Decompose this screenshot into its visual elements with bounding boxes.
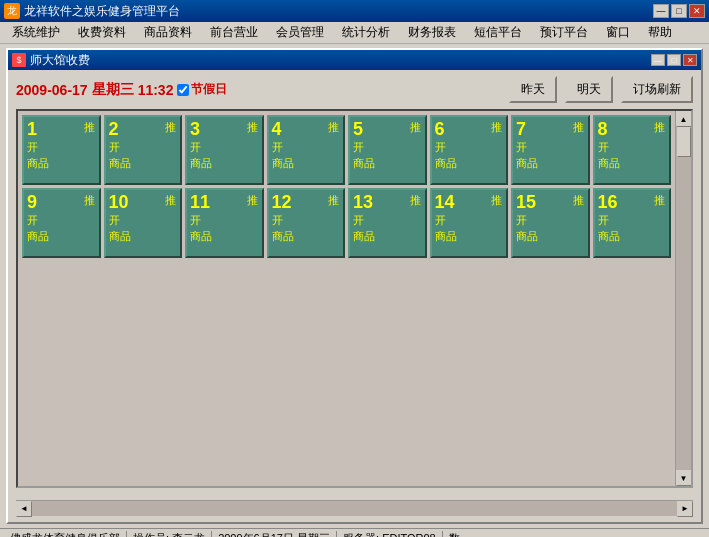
court-cell-10[interactable]: 10 推 开 商品 (104, 188, 183, 258)
menu-stats[interactable]: 统计分析 (334, 22, 398, 43)
court-push: 推 (491, 193, 502, 208)
vertical-scrollbar[interactable]: ▲ ▼ (675, 111, 691, 486)
court-cell-1[interactable]: 1 推 开 商品 (22, 115, 101, 185)
holiday-check[interactable]: 节假日 (177, 81, 227, 98)
scroll-track (676, 127, 691, 470)
court-goods: 商品 (435, 156, 504, 171)
court-open: 开 (109, 140, 178, 155)
court-push: 推 (84, 193, 95, 208)
court-goods: 商品 (598, 156, 667, 171)
menu-members[interactable]: 会员管理 (268, 22, 332, 43)
yesterday-button[interactable]: 昨天 (509, 76, 557, 103)
menu-front[interactable]: 前台营业 (202, 22, 266, 43)
court-cell-6[interactable]: 6 推 开 商品 (430, 115, 509, 185)
court-goods: 商品 (27, 156, 96, 171)
refresh-button[interactable]: 订场刷新 (621, 76, 693, 103)
court-cell-8[interactable]: 8 推 开 商品 (593, 115, 672, 185)
court-open: 开 (353, 213, 422, 228)
court-cell-13[interactable]: 13 推 开 商品 (348, 188, 427, 258)
status-server: 服务器: EDITOR08 (337, 531, 443, 537)
court-push: 推 (491, 120, 502, 135)
scroll-h-track (32, 501, 677, 516)
court-open: 开 (109, 213, 178, 228)
inner-window-icon: $ (12, 53, 26, 67)
scroll-up-arrow[interactable]: ▲ (676, 111, 692, 127)
title-controls: — □ ✕ (653, 4, 705, 18)
maximize-button[interactable]: □ (671, 4, 687, 18)
court-open: 开 (598, 140, 667, 155)
inner-title-left: $ 师大馆收费 (12, 52, 90, 69)
status-bar: 佛盛龙体育健身俱乐部 操作员: 李云龙 2009年6月17日 星期三 服务器: … (0, 528, 709, 537)
inner-maximize[interactable]: □ (667, 54, 681, 66)
court-cell-3[interactable]: 3 推 开 商品 (185, 115, 264, 185)
court-open: 开 (598, 213, 667, 228)
status-operator: 操作员: 李云龙 (127, 531, 212, 537)
weekday-text: 星期三 (92, 81, 134, 99)
menu-goods[interactable]: 商品资料 (136, 22, 200, 43)
title-bar: 龙 龙祥软件之娱乐健身管理平台 — □ ✕ (0, 0, 709, 22)
court-cell-5[interactable]: 5 推 开 商品 (348, 115, 427, 185)
court-goods: 商品 (516, 156, 585, 171)
scroll-right-arrow[interactable]: ► (677, 501, 693, 517)
court-open: 开 (190, 213, 259, 228)
court-cell-9[interactable]: 9 推 开 商品 (22, 188, 101, 258)
court-open: 开 (516, 140, 585, 155)
court-cell-15[interactable]: 15 推 开 商品 (511, 188, 590, 258)
court-grid: 1 推 开 商品 2 推 开 商品 3 推 开 商品 4 推 开 商品 5 推 … (22, 115, 671, 258)
court-push: 推 (410, 120, 421, 135)
scroll-left-arrow[interactable]: ◄ (16, 501, 32, 517)
court-push: 推 (84, 120, 95, 135)
court-push: 推 (247, 193, 258, 208)
court-open: 开 (516, 213, 585, 228)
menu-finance[interactable]: 财务报表 (400, 22, 464, 43)
court-push: 推 (573, 120, 584, 135)
date-display: 2009-06-17 星期三 11:32 节假日 (16, 81, 227, 99)
tomorrow-button[interactable]: 明天 (565, 76, 613, 103)
court-push: 推 (654, 120, 665, 135)
court-goods: 商品 (516, 229, 585, 244)
content-area: 2009-06-17 星期三 11:32 节假日 昨天 明天 订场刷新 1 推 … (8, 70, 701, 522)
court-open: 开 (435, 213, 504, 228)
court-push: 推 (328, 193, 339, 208)
menu-sms[interactable]: 短信平台 (466, 22, 530, 43)
court-cell-11[interactable]: 11 推 开 商品 (185, 188, 264, 258)
menu-window[interactable]: 窗口 (598, 22, 638, 43)
court-cell-14[interactable]: 14 推 开 商品 (430, 188, 509, 258)
status-extra: 数 (443, 531, 466, 537)
court-push: 推 (165, 193, 176, 208)
menu-help[interactable]: 帮助 (640, 22, 680, 43)
menu-booking[interactable]: 预订平台 (532, 22, 596, 43)
inner-title-bar: $ 师大馆收费 — □ ✕ (8, 50, 701, 70)
court-goods: 商品 (109, 229, 178, 244)
court-cell-4[interactable]: 4 推 开 商品 (267, 115, 346, 185)
status-club: 佛盛龙体育健身俱乐部 (4, 531, 127, 537)
scroll-thumb[interactable] (677, 127, 691, 157)
inner-controls: — □ ✕ (651, 54, 697, 66)
inner-close[interactable]: ✕ (683, 54, 697, 66)
inner-window-title: 师大馆收费 (30, 52, 90, 69)
menu-system[interactable]: 系统维护 (4, 22, 68, 43)
court-goods: 商品 (598, 229, 667, 244)
toolbar-row: 2009-06-17 星期三 11:32 节假日 昨天 明天 订场刷新 (16, 76, 693, 103)
court-cell-2[interactable]: 2 推 开 商品 (104, 115, 183, 185)
court-cell-12[interactable]: 12 推 开 商品 (267, 188, 346, 258)
court-cell-7[interactable]: 7 推 开 商品 (511, 115, 590, 185)
inner-window: $ 师大馆收费 — □ ✕ 2009-06-17 星期三 11:32 节假日 昨… (6, 48, 703, 524)
scroll-down-arrow[interactable]: ▼ (676, 470, 692, 486)
close-button[interactable]: ✕ (689, 4, 705, 18)
court-goods: 商品 (190, 156, 259, 171)
menu-fees[interactable]: 收费资料 (70, 22, 134, 43)
title-bar-left: 龙 龙祥软件之娱乐健身管理平台 (4, 3, 180, 20)
court-cell-16[interactable]: 16 推 开 商品 (593, 188, 672, 258)
minimize-button[interactable]: — (653, 4, 669, 18)
holiday-label: 节假日 (191, 81, 227, 98)
date-text: 2009-06-17 (16, 82, 88, 98)
inner-minimize[interactable]: — (651, 54, 665, 66)
horizontal-scrollbar[interactable]: ◄ ► (16, 500, 693, 516)
court-open: 开 (27, 140, 96, 155)
holiday-checkbox-input[interactable] (177, 84, 189, 96)
time-text: 11:32 (138, 82, 174, 98)
court-goods: 商品 (190, 229, 259, 244)
court-open: 开 (190, 140, 259, 155)
menu-bar: 系统维护 收费资料 商品资料 前台营业 会员管理 统计分析 财务报表 短信平台 … (0, 22, 709, 44)
